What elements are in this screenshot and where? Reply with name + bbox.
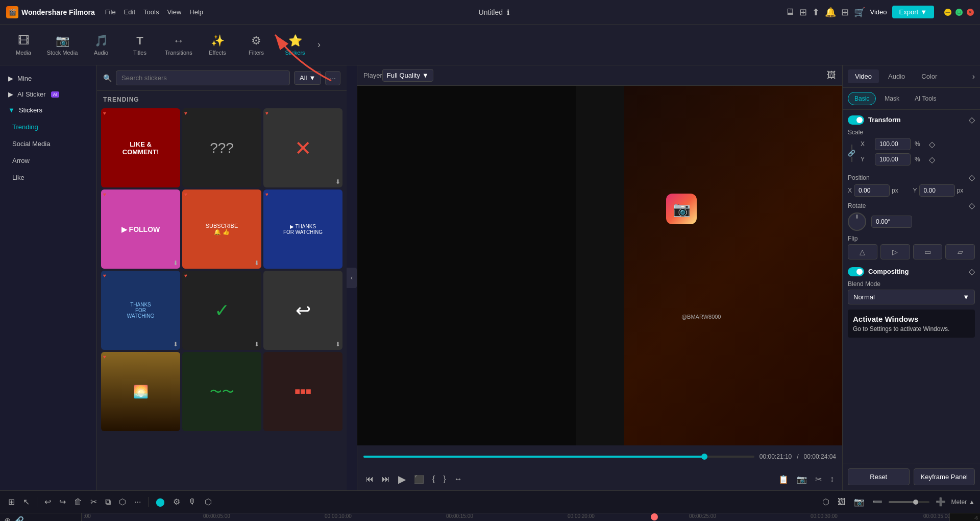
sidebar-group-ai-sticker[interactable]: ▶ AI Sticker AI (0, 86, 96, 102)
sticker-item-6[interactable]: ♥ ▶ THANKSFOR WATCHING (263, 190, 342, 269)
rotate-keyframe[interactable]: ◇ (969, 201, 975, 210)
progress-bar[interactable] (363, 456, 754, 458)
step-back-button[interactable]: ⏭ (380, 472, 392, 486)
scale-y-keyframe[interactable]: ◇ (929, 155, 935, 164)
go-start-button[interactable]: ⏮ (363, 472, 376, 486)
sidebar-item-trending[interactable]: Trending (4, 119, 92, 135)
blend-mode-select[interactable]: Normal ▼ (848, 290, 975, 304)
notification-icon[interactable]: 🔔 (825, 7, 836, 18)
progress-thumb[interactable] (701, 454, 707, 460)
zoom-in[interactable]: ➕ (933, 495, 949, 509)
settings-button[interactable]: ⚙ (170, 495, 183, 509)
flip-btn-3[interactable]: ▭ (913, 244, 943, 259)
flip-horizontal-button[interactable]: △ (848, 244, 877, 259)
stop-button[interactable]: ⬛ (412, 472, 426, 486)
subtab-mask[interactable]: Mask (878, 92, 906, 105)
sticker-item-2[interactable]: ♥ ??? (182, 108, 261, 187)
menu-view[interactable]: View (167, 8, 181, 16)
keyframe-panel-button[interactable]: Keyframe Panel (914, 468, 975, 485)
player-settings-icon[interactable]: 🖼 (827, 70, 836, 81)
toolbar-transitions[interactable]: ↔ Transitions (160, 27, 197, 63)
quality-select[interactable]: Full Quality ▼ (382, 69, 433, 82)
zoom-button[interactable]: ↔ (452, 472, 464, 486)
menu-edit[interactable]: Edit (124, 8, 135, 16)
zoom-out[interactable]: ➖ (869, 495, 886, 509)
position-y-input[interactable] (919, 184, 955, 197)
more-tools[interactable]: ··· (131, 495, 144, 509)
undo-button[interactable]: ↩ (41, 495, 54, 509)
picture-in-picture[interactable]: 🖼 (835, 495, 849, 509)
sidebar-item-arrow[interactable]: Arrow (4, 153, 92, 169)
crop-button[interactable]: ⧉ (102, 495, 114, 509)
subtab-ai-tools[interactable]: AI Tools (908, 92, 943, 105)
reset-button[interactable]: Reset (848, 468, 910, 485)
cut-button[interactable]: ✂ (87, 495, 100, 509)
camera-button[interactable]: 📷 (795, 472, 809, 486)
flip-vertical-button[interactable]: ▷ (880, 244, 910, 259)
transform-keyframe[interactable]: ◇ (969, 115, 975, 125)
monitor-icon[interactable]: 🖥 (785, 7, 794, 17)
sidebar-group-mine[interactable]: ▶ Mine (0, 70, 96, 86)
menu-tools[interactable]: Tools (143, 8, 159, 16)
sidebar-item-like[interactable]: Like (4, 170, 92, 185)
export-button[interactable]: Export ▼ (892, 6, 934, 18)
close-button[interactable]: ✕ (967, 9, 974, 16)
sidebar-item-social-media[interactable]: Social Media (4, 136, 92, 152)
transform-toggle[interactable] (848, 115, 864, 125)
toolbar-stock-media[interactable]: 📷 Stock Media (44, 27, 81, 63)
mark-out-button[interactable]: } (441, 472, 448, 486)
position-keyframe[interactable]: ◇ (969, 173, 975, 182)
maximize-button[interactable]: □ (955, 9, 963, 16)
compositing-keyframe[interactable]: ◇ (969, 267, 975, 276)
sidebar-collapse-button[interactable]: ‹ (347, 268, 357, 288)
upload-icon[interactable]: ⬆ (812, 7, 820, 18)
sticker-item-3[interactable]: ♥ ✕ ⬇ (263, 108, 342, 187)
subtab-basic[interactable]: Basic (848, 92, 876, 105)
time-ruler[interactable]: :00 00:00:05:00 00:00:10:00 00:00:15:00 … (82, 513, 949, 521)
delete-button[interactable]: 🗑 (71, 495, 85, 509)
zoom-slider[interactable] (889, 501, 929, 503)
play-button[interactable]: ▶ (396, 471, 408, 487)
scale-x-input[interactable] (875, 138, 911, 150)
rotate-dial[interactable] (848, 212, 866, 231)
sticker-item-7[interactable]: ♥ THANKSFORWATCHING ⬇ (101, 271, 180, 350)
subtitle-button[interactable]: ⬡ (202, 495, 215, 509)
snapshot-tl[interactable]: 📷 (851, 495, 867, 509)
sticker-item-1[interactable]: ♥ LIKE &COMMENT! (101, 108, 180, 187)
rotate-input[interactable] (871, 216, 912, 228)
snapshot-button[interactable]: 📋 (776, 472, 791, 486)
compositing-toggle[interactable] (848, 267, 864, 276)
minimize-button[interactable]: — (944, 9, 951, 16)
filter-dropdown[interactable]: All ▼ (294, 71, 321, 85)
more-options-button[interactable]: ··· (325, 71, 340, 85)
tab-audio[interactable]: Audio (881, 69, 912, 83)
split-clip[interactable]: ⬡ (819, 495, 832, 509)
search-input[interactable] (116, 70, 290, 85)
toolbar-titles[interactable]: T Titles (121, 27, 158, 63)
toolbar-more[interactable]: › (315, 37, 323, 52)
link-button[interactable]: 🔗 (14, 516, 24, 521)
add-media-button[interactable]: ⊞ (5, 495, 18, 509)
playhead-top[interactable] (651, 513, 658, 520)
sidebar-group-stickers[interactable]: ▼ Stickers (0, 102, 96, 118)
audio-record[interactable]: 🎙 (185, 495, 200, 509)
sticker-item-9[interactable]: ↩ ⬇ (263, 271, 342, 350)
sticker-item-8[interactable]: ♥ ✓ ⬇ (182, 271, 261, 350)
menu-help[interactable]: Help (189, 8, 203, 16)
layout-icon[interactable]: ⊞ (799, 7, 807, 18)
sticker-item-4[interactable]: ♥ ▶ FOLLOW ⬇ (101, 190, 180, 269)
sticker-item-5[interactable]: ♥ SUBSCRIBE🔔 👍 ⬇ (182, 190, 261, 269)
marker-button[interactable]: ⬤ (153, 495, 168, 509)
position-x-input[interactable] (854, 184, 890, 197)
menu-file[interactable]: File (105, 8, 116, 16)
fullscreen-button[interactable]: ↕ (828, 472, 836, 486)
mark-in-button[interactable]: { (430, 472, 437, 486)
right-tab-more[interactable]: › (972, 72, 975, 81)
toolbar-filters[interactable]: ⚙ Filters (238, 27, 275, 63)
toolbar-stickers[interactable]: ⭐ Stickers (277, 27, 313, 63)
zoom-thumb[interactable] (913, 500, 918, 505)
scale-y-input[interactable] (875, 153, 911, 165)
shop-icon[interactable]: 🛒 (854, 7, 865, 18)
tab-color[interactable]: Color (914, 69, 944, 83)
add-track-button[interactable]: ⊕ (4, 516, 11, 521)
